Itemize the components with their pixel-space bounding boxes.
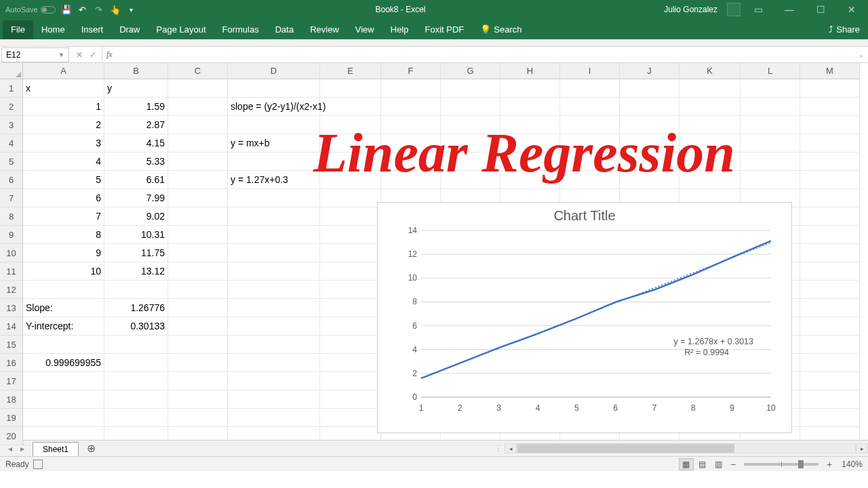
tab-page-layout[interactable]: Page Layout bbox=[149, 20, 214, 39]
cell-B17[interactable] bbox=[104, 372, 168, 390]
formula-input[interactable] bbox=[117, 47, 854, 62]
undo-icon[interactable]: ↶ bbox=[77, 4, 88, 15]
cell-L5[interactable] bbox=[741, 152, 800, 171]
cell-M18[interactable] bbox=[800, 390, 860, 409]
col-header-M[interactable]: M bbox=[800, 63, 860, 79]
cell-C7[interactable] bbox=[168, 189, 228, 207]
col-header-H[interactable]: H bbox=[500, 63, 560, 79]
cell-B8[interactable]: 9.02 bbox=[104, 207, 168, 226]
cell-A9[interactable]: 8 bbox=[23, 226, 104, 244]
cell-C4[interactable] bbox=[168, 134, 228, 152]
cell-D15[interactable] bbox=[228, 336, 320, 354]
cell-E12[interactable] bbox=[320, 281, 381, 299]
zoom-in-button[interactable]: + bbox=[824, 459, 835, 470]
cell-C10[interactable] bbox=[168, 244, 228, 262]
view-page-layout-icon[interactable]: ▤ bbox=[695, 458, 710, 470]
cell-D16[interactable] bbox=[228, 354, 320, 372]
cell-A5[interactable]: 4 bbox=[23, 152, 104, 171]
cell-D5[interactable] bbox=[228, 152, 320, 171]
cell-I4[interactable] bbox=[560, 134, 620, 152]
col-header-D[interactable]: D bbox=[228, 63, 320, 79]
sheet-tab-active[interactable]: Sheet1 bbox=[33, 442, 79, 456]
cell-B4[interactable]: 4.15 bbox=[104, 134, 168, 152]
cell-D6[interactable]: y = 1.27x+0.3 bbox=[228, 171, 320, 189]
cell-F6[interactable] bbox=[381, 171, 441, 189]
cell-K2[interactable] bbox=[679, 98, 741, 116]
cell-L1[interactable] bbox=[741, 79, 800, 98]
cell-E16[interactable] bbox=[320, 354, 381, 372]
cell-D14[interactable] bbox=[228, 317, 320, 336]
cell-F2[interactable] bbox=[381, 98, 441, 116]
cell-K5[interactable] bbox=[679, 152, 741, 171]
cell-C18[interactable] bbox=[168, 390, 228, 409]
cell-G3[interactable] bbox=[441, 116, 500, 134]
cell-C3[interactable] bbox=[168, 116, 228, 134]
cell-B15[interactable] bbox=[104, 336, 168, 354]
cell-H1[interactable] bbox=[500, 79, 560, 98]
cell-I3[interactable] bbox=[560, 116, 620, 134]
cell-M19[interactable] bbox=[800, 409, 860, 427]
cell-C16[interactable] bbox=[168, 354, 228, 372]
cell-E1[interactable] bbox=[320, 79, 381, 98]
cell-B9[interactable]: 10.31 bbox=[104, 226, 168, 244]
name-box-dropdown-icon[interactable]: ▼ bbox=[58, 52, 64, 58]
maximize-icon[interactable]: ☐ bbox=[807, 0, 834, 19]
cell-C17[interactable] bbox=[168, 372, 228, 390]
touch-mode-icon[interactable]: 👆 bbox=[110, 4, 121, 15]
cell-B12[interactable] bbox=[104, 281, 168, 299]
cell-C6[interactable] bbox=[168, 171, 228, 189]
cell-D4[interactable]: y = mx+b bbox=[228, 134, 320, 152]
cell-C14[interactable] bbox=[168, 317, 228, 336]
cell-I6[interactable] bbox=[560, 171, 620, 189]
row-header-12[interactable]: 12 bbox=[0, 281, 23, 299]
name-box[interactable]: E12 ▼ bbox=[1, 47, 69, 62]
row-header-6[interactable]: 6 bbox=[0, 171, 23, 189]
cell-E15[interactable] bbox=[320, 336, 381, 354]
cell-D1[interactable] bbox=[228, 79, 320, 98]
macro-record-icon[interactable] bbox=[33, 460, 43, 469]
cell-M4[interactable] bbox=[800, 134, 860, 152]
avatar[interactable] bbox=[727, 3, 741, 16]
share-button[interactable]: ⤴ Share bbox=[821, 20, 868, 39]
view-page-break-icon[interactable]: ▥ bbox=[711, 458, 726, 470]
cell-A1[interactable]: x bbox=[23, 79, 104, 98]
scroll-track[interactable] bbox=[517, 443, 856, 453]
cell-G6[interactable] bbox=[441, 171, 500, 189]
cell-E11[interactable] bbox=[320, 262, 381, 281]
row-header-1[interactable]: 1 bbox=[0, 79, 23, 98]
cell-D12[interactable] bbox=[228, 281, 320, 299]
tab-home[interactable]: Home bbox=[33, 20, 73, 39]
col-header-C[interactable]: C bbox=[168, 63, 228, 79]
col-header-B[interactable]: B bbox=[104, 63, 168, 79]
cell-B14[interactable]: 0.30133 bbox=[104, 317, 168, 336]
cell-D20[interactable] bbox=[228, 427, 320, 445]
cell-E20[interactable] bbox=[320, 427, 381, 445]
cell-B13[interactable]: 1.26776 bbox=[104, 299, 168, 317]
cell-M2[interactable] bbox=[800, 98, 860, 116]
cell-E6[interactable] bbox=[320, 171, 381, 189]
row-header-5[interactable]: 5 bbox=[0, 152, 23, 171]
cell-D3[interactable] bbox=[228, 116, 320, 134]
cell-A4[interactable]: 3 bbox=[23, 134, 104, 152]
cell-L2[interactable] bbox=[741, 98, 800, 116]
cell-M5[interactable] bbox=[800, 152, 860, 171]
view-normal-icon[interactable]: ▦ bbox=[679, 458, 694, 470]
col-header-E[interactable]: E bbox=[320, 63, 381, 79]
cell-M6[interactable] bbox=[800, 171, 860, 189]
cell-A7[interactable]: 6 bbox=[23, 189, 104, 207]
cell-C5[interactable] bbox=[168, 152, 228, 171]
cell-D7[interactable] bbox=[228, 189, 320, 207]
cell-B18[interactable] bbox=[104, 390, 168, 409]
cell-L6[interactable] bbox=[741, 171, 800, 189]
cell-B16[interactable] bbox=[104, 354, 168, 372]
row-header-15[interactable]: 15 bbox=[0, 336, 23, 354]
row-header-18[interactable]: 18 bbox=[0, 390, 23, 409]
embedded-chart[interactable]: Chart Title 0246810121412345678910y = 1.… bbox=[377, 202, 792, 433]
zoom-out-button[interactable]: − bbox=[728, 459, 738, 470]
cell-D17[interactable] bbox=[228, 372, 320, 390]
cell-D11[interactable] bbox=[228, 262, 320, 281]
qat-dropdown-icon[interactable]: ▾ bbox=[126, 4, 137, 15]
cell-E14[interactable] bbox=[320, 317, 381, 336]
cell-J6[interactable] bbox=[620, 171, 679, 189]
cell-M14[interactable] bbox=[800, 317, 860, 336]
